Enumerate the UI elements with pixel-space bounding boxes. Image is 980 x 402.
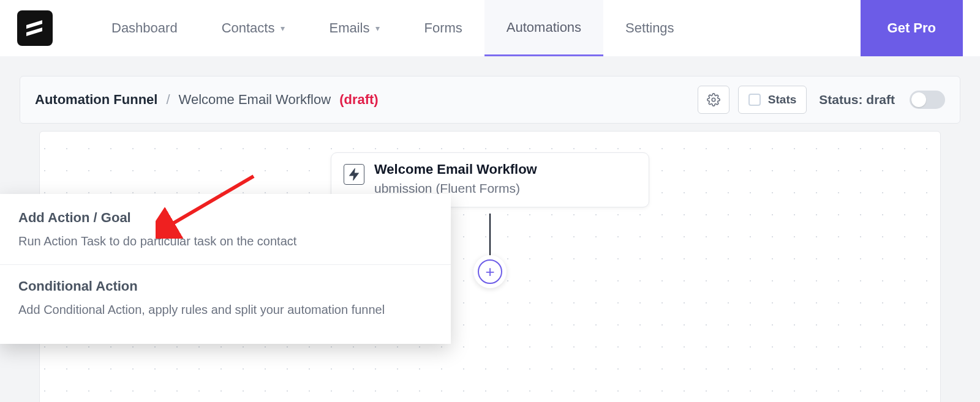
popup-option-desc: Add Conditional Action, apply rules and …: [18, 300, 432, 319]
gear-icon: [707, 93, 720, 106]
status-toggle[interactable]: [910, 91, 945, 109]
popup-option-desc: Run Action Task to do particular task on…: [18, 232, 432, 251]
stats-checkbox[interactable]: [748, 94, 761, 106]
nav-label: Emails: [329, 20, 369, 36]
svg-point-0: [712, 98, 715, 102]
page-header: Automation Funnel / Welcome Email Workfl…: [20, 76, 960, 124]
workflow-name: Welcome Email Workflow: [179, 92, 331, 108]
lightning-icon: [344, 164, 364, 185]
breadcrumb-root: Automation Funnel: [35, 92, 157, 108]
popup-option-title: Conditional Action: [18, 278, 432, 294]
stats-label: Stats: [768, 93, 796, 106]
nav-dashboard[interactable]: Dashboard: [89, 0, 200, 56]
node-title: Welcome Email Workflow: [374, 162, 537, 177]
connector-line: [489, 214, 491, 256]
top-nav: Dashboard Contacts ▾ Emails ▾ Forms Auto…: [0, 0, 980, 56]
status-label: Status: draft: [819, 92, 895, 107]
nav-label: Automations: [507, 20, 581, 35]
nav-label: Dashboard: [111, 20, 178, 36]
nav-settings[interactable]: Settings: [603, 0, 696, 56]
app-logo[interactable]: [17, 10, 53, 46]
nav-automations[interactable]: Automations: [484, 0, 603, 56]
nav-emails[interactable]: Emails ▾: [307, 0, 402, 56]
popup-option-conditional[interactable]: Conditional Action Add Conditional Actio…: [0, 264, 451, 333]
chevron-down-icon: ▾: [375, 23, 380, 33]
draft-badge: (draft): [339, 92, 379, 108]
nav-contacts[interactable]: Contacts ▾: [200, 0, 307, 56]
nav-label: Forms: [424, 20, 462, 36]
settings-button[interactable]: [698, 86, 729, 114]
add-step-button[interactable]: +: [473, 255, 507, 288]
plus-icon: +: [478, 259, 502, 284]
breadcrumb-separator: /: [166, 92, 170, 108]
stats-button[interactable]: Stats: [738, 86, 807, 114]
popup-option-add-action[interactable]: Add Action / Goal Run Action Task to do …: [0, 196, 451, 264]
nav-label: Contacts: [222, 20, 275, 36]
chevron-down-icon: ▾: [281, 23, 285, 33]
logo-icon: [24, 17, 46, 39]
nav-forms[interactable]: Forms: [402, 0, 484, 56]
get-pro-label: Get Pro: [888, 20, 936, 36]
popup-option-title: Add Action / Goal: [18, 210, 432, 226]
add-step-popup: Add Action / Goal Run Action Task to do …: [0, 194, 451, 344]
get-pro-button[interactable]: Get Pro: [861, 0, 963, 56]
nav-label: Settings: [625, 20, 674, 36]
nav-menu: Dashboard Contacts ▾ Emails ▾ Forms Auto…: [89, 0, 861, 56]
